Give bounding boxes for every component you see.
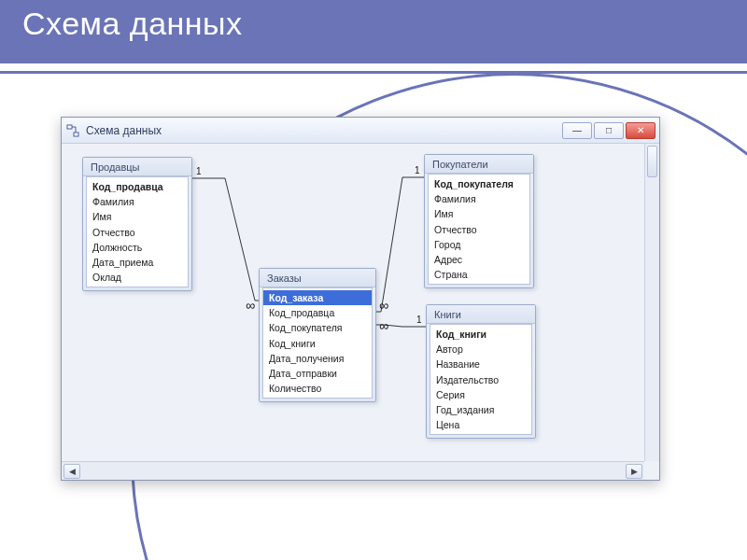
field-item[interactable]: Дата_получения: [263, 351, 372, 366]
maximize-button[interactable]: □: [594, 122, 624, 139]
table-books[interactable]: Книги Код_книгиАвторНазваниеИздательство…: [426, 304, 536, 439]
field-item[interactable]: Серия: [430, 387, 531, 402]
slide-header: Схема данных: [0, 0, 747, 67]
svg-text:1: 1: [416, 315, 422, 325]
scroll-right-arrow[interactable]: ▶: [626, 464, 642, 479]
diagram-canvas[interactable]: 1 ∞ 1 ∞ 1 ∞ Продавцы Код_продавцаФамилия…: [62, 144, 644, 461]
field-item[interactable]: Автор: [430, 342, 531, 357]
field-item[interactable]: Оклад: [87, 270, 188, 285]
field-item[interactable]: Издательство: [430, 372, 531, 387]
field-list: Код_книгиАвторНазваниеИздательствоСерияГ…: [430, 324, 532, 435]
svg-text:∞: ∞: [379, 298, 388, 313]
vertical-scrollbar[interactable]: [644, 144, 659, 461]
field-item[interactable]: Отчество: [87, 225, 188, 240]
field-item[interactable]: Адрес: [429, 252, 529, 267]
window-title: Схема данных: [86, 124, 162, 137]
table-title: Продавцы: [83, 158, 191, 176]
relationships-window: Схема данных — □ ✕ 1 ∞ 1 ∞ 1 ∞ Продавцы …: [61, 117, 660, 481]
field-item[interactable]: Дата_отправки: [263, 366, 372, 381]
field-item[interactable]: Отчество: [429, 222, 529, 237]
slide-underline: [0, 71, 747, 74]
field-item[interactable]: Код_покупателя: [263, 320, 372, 335]
slide-title: Схема данных: [22, 6, 725, 42]
field-item[interactable]: Код_книги: [263, 336, 372, 351]
svg-text:∞: ∞: [379, 318, 388, 333]
scroll-left-arrow[interactable]: ◀: [63, 464, 80, 479]
svg-rect-0: [67, 125, 72, 129]
field-item[interactable]: Цена: [430, 417, 531, 432]
svg-text:1: 1: [196, 166, 202, 176]
field-list: Код_заказаКод_продавцаКод_покупателяКод_…: [262, 287, 373, 399]
field-item[interactable]: Город: [429, 237, 529, 252]
field-item[interactable]: Код_книги: [430, 327, 531, 342]
field-item[interactable]: Фамилия: [87, 194, 188, 209]
minimize-button[interactable]: —: [562, 122, 592, 139]
field-item[interactable]: Имя: [87, 209, 188, 224]
table-orders[interactable]: Заказы Код_заказаКод_продавцаКод_покупат…: [259, 268, 376, 402]
field-item[interactable]: Дата_приема: [87, 255, 188, 270]
field-item[interactable]: Код_продавца: [87, 179, 188, 194]
close-button[interactable]: ✕: [626, 122, 655, 139]
field-list: Код_покупателяФамилияИмяОтчествоГородАдр…: [428, 174, 530, 285]
field-item[interactable]: Название: [430, 357, 531, 371]
field-item[interactable]: Код_продавца: [263, 305, 372, 320]
field-item[interactable]: Страна: [429, 267, 529, 282]
table-title: Книги: [427, 305, 535, 324]
window-buttons: — □ ✕: [562, 122, 655, 139]
field-list: Код_продавцаФамилияИмяОтчествоДолжностьД…: [86, 176, 189, 287]
field-item[interactable]: Количество: [263, 381, 372, 396]
table-sellers[interactable]: Продавцы Код_продавцаФамилияИмяОтчествоД…: [82, 157, 192, 291]
field-item[interactable]: Код_заказа: [263, 290, 372, 305]
table-title: Заказы: [260, 269, 375, 287]
field-item[interactable]: Должность: [87, 240, 188, 255]
field-item[interactable]: Имя: [429, 206, 529, 221]
relationships-icon: [65, 123, 80, 138]
table-buyers[interactable]: Покупатели Код_покупателяФамилияИмяОтчес…: [424, 154, 534, 288]
scroll-thumb[interactable]: [647, 146, 657, 177]
field-item[interactable]: Фамилия: [429, 191, 529, 206]
field-item[interactable]: Код_покупателя: [429, 176, 529, 191]
window-titlebar[interactable]: Схема данных — □ ✕: [62, 118, 659, 144]
field-item[interactable]: Год_издания: [430, 402, 531, 417]
svg-rect-1: [74, 133, 78, 136]
horizontal-scrollbar[interactable]: ◀ ▶: [62, 461, 644, 480]
svg-text:∞: ∞: [246, 298, 255, 313]
svg-text:1: 1: [415, 165, 420, 175]
table-title: Покупатели: [425, 155, 533, 174]
